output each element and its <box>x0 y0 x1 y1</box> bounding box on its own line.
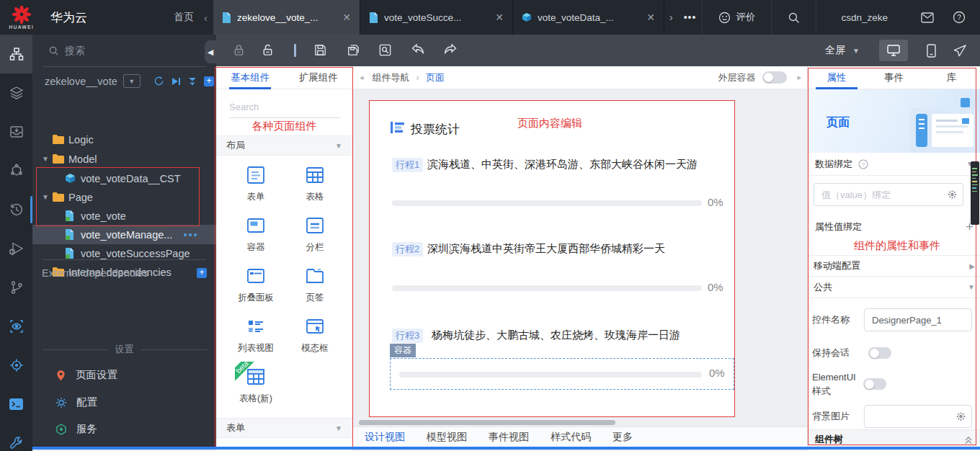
code-minimap[interactable] <box>971 161 979 225</box>
rail-sitemap-button[interactable] <box>0 35 32 73</box>
tab-extended-components[interactable]: 扩展组件 <box>285 66 353 89</box>
unlock-button[interactable] <box>261 43 275 57</box>
home-link[interactable]: 首页 <box>174 0 194 35</box>
redo-button[interactable] <box>443 43 458 56</box>
outer-container-toggle[interactable] <box>762 71 787 84</box>
value-binding-gear-button[interactable] <box>947 189 958 200</box>
tab-more[interactable]: 更多 <box>612 431 633 444</box>
component-table[interactable]: 表格 <box>284 164 346 203</box>
component-collapse-panel[interactable]: 折叠面板 <box>225 265 287 304</box>
bg-image-gear-button[interactable] <box>956 411 966 422</box>
tree-item-page-folder[interactable]: ▼ Page <box>32 188 216 206</box>
configuration-item[interactable]: 配置 <box>55 396 97 409</box>
tab-event-view[interactable]: 事件视图 <box>489 431 529 444</box>
data-binding-section[interactable]: 数据绑定 ? ▼ <box>808 153 980 176</box>
item-actions-icon[interactable] <box>184 233 197 236</box>
help-button[interactable]: ? <box>943 0 976 35</box>
rail-tools-button[interactable] <box>0 424 32 451</box>
tab-style-code[interactable]: 样式代码 <box>551 431 591 444</box>
doc-tab-success-page[interactable]: vote_voteSucce... ✕ <box>360 0 513 35</box>
caret-down-icon[interactable]: ▼ <box>42 193 49 201</box>
tab-model-view[interactable]: 模型视图 <box>427 431 467 444</box>
rail-history-button[interactable] <box>0 190 32 229</box>
control-name-input[interactable] <box>864 308 972 331</box>
component-tabs[interactable]: 页签 <box>284 265 346 304</box>
tree-item-vote-page[interactable]: vote_vote <box>32 207 216 225</box>
scroll-right-icon[interactable]: ▸ <box>797 73 801 82</box>
rail-target-button[interactable] <box>0 346 32 385</box>
mobile-view-button[interactable] <box>917 40 945 61</box>
tab-library[interactable]: 库 <box>922 66 980 89</box>
doc-tab-app[interactable]: zekelove__vote_... ✕ <box>213 0 360 35</box>
close-tab-icon[interactable]: ✕ <box>495 12 504 23</box>
undo-button[interactable] <box>411 43 425 56</box>
breadcrumb-current[interactable]: 页面 <box>426 71 445 84</box>
keep-session-toggle[interactable] <box>868 347 891 359</box>
rail-layers-button[interactable] <box>0 73 32 112</box>
component-table-new[interactable]: beta 表格(新) <box>225 366 287 405</box>
section-form[interactable]: 表单 ▼ <box>216 418 352 438</box>
component-columns[interactable]: 分栏 <box>284 215 346 254</box>
common-section[interactable]: 公共 ▼ <box>808 277 980 298</box>
rail-preview-button[interactable] <box>0 307 32 346</box>
breadcrumb-root[interactable]: 组件导航 <box>373 71 410 84</box>
collapse-panel-handle[interactable]: ◀ <box>205 40 216 63</box>
component-tree-bar[interactable]: 组件树 <box>808 429 980 448</box>
scroll-left-icon[interactable]: ◂ <box>360 73 364 82</box>
rail-terminal-button[interactable] <box>0 385 32 424</box>
component-modal[interactable]: 模态框 <box>284 316 346 354</box>
divider-insert-icon[interactable] <box>294 44 296 57</box>
global-search-button[interactable] <box>772 0 816 35</box>
component-form[interactable]: 表单 <box>225 164 287 203</box>
tree-item-model[interactable]: ▼ Model <box>32 150 216 168</box>
save-button[interactable] <box>313 43 327 57</box>
tree-item-manage-page-selected[interactable]: vote_voteManage... <box>32 225 216 244</box>
page-settings-item[interactable]: 页面设置 <box>55 368 117 382</box>
add-resource-button[interactable]: + <box>204 76 214 86</box>
caret-down-icon[interactable]: ▼ <box>42 155 49 163</box>
close-tab-icon[interactable]: ✕ <box>342 12 351 23</box>
tab-properties[interactable]: 属性 <box>808 66 865 89</box>
tab-basic-components[interactable]: 基本组件 <box>216 66 285 89</box>
horizontal-scrollbar[interactable] <box>359 420 615 425</box>
component-list-view[interactable]: 列表视图 <box>225 316 287 354</box>
username[interactable]: csdn_zeke <box>816 0 912 35</box>
tab-events[interactable]: 事件 <box>865 66 923 89</box>
section-layout[interactable]: 布局 ▼ <box>216 135 352 156</box>
doc-tab-data-object[interactable]: vote_voteData_... ✕ <box>513 0 664 35</box>
elementui-toggle[interactable] <box>863 378 886 390</box>
close-tab-icon[interactable]: ✕ <box>646 12 655 23</box>
desktop-view-button[interactable] <box>879 40 908 61</box>
tabs-more-icon[interactable]: ••• <box>678 0 703 35</box>
rail-relations-button[interactable] <box>0 151 32 190</box>
tabs-scroll-right-icon[interactable]: › <box>664 0 678 35</box>
preview-button[interactable] <box>378 43 392 57</box>
feedback-button[interactable]: 评价 <box>703 0 771 35</box>
messages-button[interactable] <box>912 0 943 35</box>
component-search-input[interactable] <box>229 102 356 112</box>
save-all-button[interactable] <box>346 43 360 58</box>
tree-item-data-object[interactable]: vote_voteData__CST <box>32 169 216 187</box>
mobile-config-section[interactable]: 移动端配置 ▶ <box>808 255 980 277</box>
search-icon <box>48 45 59 56</box>
rail-import-button[interactable] <box>0 112 32 151</box>
add-external-dependency-button[interactable]: + <box>197 268 207 278</box>
tabs-scroll-left-icon[interactable]: ‹ <box>204 0 208 35</box>
lock-button[interactable] <box>232 43 246 57</box>
tree-item-logic[interactable]: Logic <box>32 130 216 148</box>
value-binding-input[interactable] <box>814 183 963 206</box>
tab-design-view[interactable]: 设计视图 <box>365 431 405 444</box>
explorer-search-input[interactable] <box>65 45 173 56</box>
rail-git-branch-button[interactable] <box>0 268 32 307</box>
selected-container-outline[interactable]: 0% <box>390 358 734 390</box>
component-container[interactable]: 容器 <box>225 215 287 254</box>
collapse-all-icon[interactable] <box>187 76 197 86</box>
publish-button[interactable] <box>945 40 974 61</box>
run-import-icon[interactable] <box>171 76 181 86</box>
app-switcher-dropdown[interactable]: ▼ <box>123 74 141 88</box>
refresh-icon[interactable] <box>153 76 164 86</box>
rail-debug-button[interactable] <box>0 229 32 268</box>
fullscreen-dropdown[interactable]: 全屏 ▼ <box>825 44 860 57</box>
services-item[interactable]: 服务 <box>55 422 97 436</box>
designed-page[interactable]: 投票统计 页面内容编辑 行程1 滨海栈道、中英街、深港环岛游、东部大峡谷休闲一天… <box>369 100 735 417</box>
